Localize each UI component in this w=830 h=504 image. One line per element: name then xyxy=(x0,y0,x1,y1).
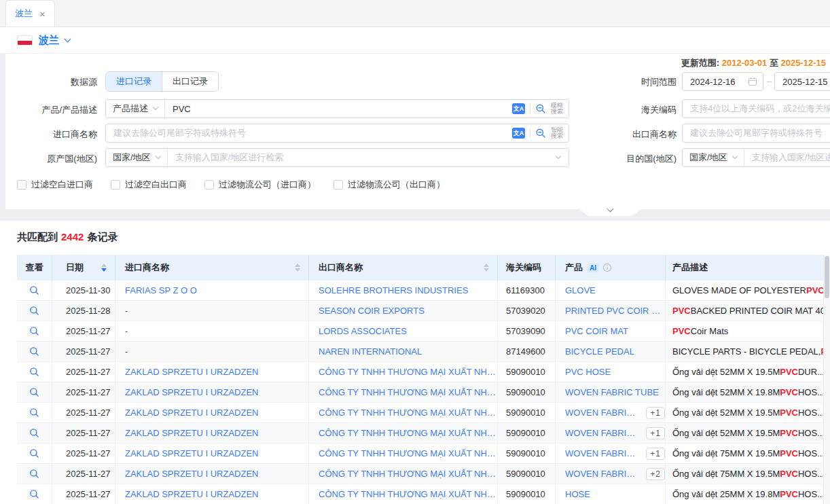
sort-icon[interactable] xyxy=(484,264,489,272)
header-exporter[interactable]: 出口商名称 xyxy=(309,255,498,281)
scrollbar-thumb[interactable] xyxy=(825,256,829,298)
hs-code-input[interactable]: 支持4位以上海关编码，或2位海关编码加 xyxy=(682,99,830,118)
importer-name-input[interactable]: 建议去除公司尾部字符或特殊符号 文A 智能 搜索 xyxy=(105,124,569,143)
table-row: 2025-11-27 ZAKLAD SPRZETU I URZADZEN CÔN… xyxy=(17,464,823,484)
row-exporter[interactable]: SOLEHRE BROTHERS INDUSTRIES xyxy=(319,285,468,295)
view-record-icon[interactable] xyxy=(29,346,39,357)
row-date: 2025-11-27 xyxy=(52,321,115,341)
origin-country-control[interactable]: 国家/地区 支持输入国家/地区进行检索 xyxy=(105,148,569,167)
product-field-select[interactable]: 产品描述 xyxy=(106,100,164,118)
checkbox-icon[interactable] xyxy=(333,180,343,190)
row-product[interactable]: GLOVE xyxy=(565,285,596,295)
translate-icon[interactable]: 文A xyxy=(512,103,525,114)
destination-country-select[interactable]: 国家/地区 xyxy=(683,149,744,166)
translate-icon[interactable]: 文A xyxy=(512,128,525,139)
row-product[interactable]: HOSE xyxy=(565,489,590,499)
header-date[interactable]: 日期 xyxy=(52,255,115,281)
country-name[interactable]: 波兰 xyxy=(39,34,59,47)
row-exporter[interactable]: CÔNG TY TNHH THƯƠNG MẠI XUẤT NHẬP... xyxy=(319,408,497,418)
view-record-icon[interactable] xyxy=(29,448,39,458)
vertical-scrollbar[interactable] xyxy=(823,255,830,504)
row-importer[interactable]: ZAKLAD SPRZETU I URZADZEN xyxy=(125,448,258,458)
row-exporter[interactable]: CÔNG TY TNHH THƯƠNG MẠI XUẤT NHẬP... xyxy=(319,469,497,479)
row-product[interactable]: PRINTED PVC COIR M... xyxy=(565,306,665,316)
checkbox-filter-logistics-importer[interactable]: 过滤物流公司（进口商） xyxy=(204,179,316,191)
row-desc-pre: Ống vải dệt 75MM X 19.5M xyxy=(672,448,780,458)
view-record-icon[interactable] xyxy=(29,469,39,479)
row-description: Ống vải dệt 52MM X 19.5M PVC DUR... xyxy=(666,362,823,382)
row-product[interactable]: WOVEN FABRIC ... xyxy=(565,408,641,418)
destination-country-control[interactable]: 国家/地区 支持输入国家/地区进行 xyxy=(682,148,830,167)
row-product[interactable]: PVC COIR MAT xyxy=(565,326,628,336)
view-record-icon[interactable] xyxy=(29,387,39,397)
checkbox-icon[interactable] xyxy=(111,180,120,190)
smart-search-mode[interactable]: 智能 搜索 xyxy=(551,127,563,140)
row-product[interactable]: BICYCLE PEDAL xyxy=(565,346,634,357)
tab-poland[interactable]: 波兰 × xyxy=(5,0,55,26)
row-importer[interactable]: ZAKLAD SPRZETU I URZADZEN xyxy=(125,428,258,438)
view-record-icon[interactable] xyxy=(29,306,39,316)
view-record-icon[interactable] xyxy=(29,408,39,418)
fuzzy-search-icon[interactable] xyxy=(535,103,546,114)
checkbox-filter-blank-exporter[interactable]: 过滤空白出口商 xyxy=(111,179,187,191)
row-exporter[interactable]: CÔNG TY TNHH THƯƠNG MẠI XUẤT NHẬP... xyxy=(319,367,497,377)
checkbox-filter-logistics-exporter[interactable]: 过滤物流公司（出口商） xyxy=(333,179,445,191)
checkbox-filter-blank-importer[interactable]: 过滤空白进口商 xyxy=(17,179,93,191)
view-record-icon[interactable] xyxy=(29,285,39,295)
header-product: 产品 AI xyxy=(556,255,666,281)
row-product[interactable]: WOVEN FABRIC ... xyxy=(565,469,641,479)
view-record-icon[interactable] xyxy=(29,326,39,336)
row-exporter[interactable]: CÔNG TY TNHH THƯƠNG MẠI XUẤT NHẬP... xyxy=(319,387,497,397)
row-exporter[interactable]: CÔNG TY TNHH THƯƠNG MẠI XUẤT NHẬP... xyxy=(319,428,497,438)
tab-import-records[interactable]: 进口记录 xyxy=(106,72,162,91)
row-product[interactable]: WOVEN FABRIC TUBE xyxy=(565,387,659,397)
row-exporter[interactable]: SEASON COIR EXPORTS xyxy=(319,306,425,316)
row-extra-count-badge[interactable]: +2 xyxy=(646,468,665,480)
row-importer[interactable]: ZAKLAD SPRZETU I URZADZEN xyxy=(125,408,258,418)
view-record-icon[interactable] xyxy=(29,489,39,499)
origin-country-select[interactable]: 国家/地区 xyxy=(106,149,167,166)
row-product[interactable]: WOVEN FABRIC ... xyxy=(565,448,641,458)
row-importer[interactable]: ZAKLAD SPRZETU I URZADZEN xyxy=(125,489,258,499)
product-search-input[interactable]: PVC xyxy=(165,104,198,114)
row-exporter[interactable]: CÔNG TY TNHH THƯƠNG MẠI XUẤT NHẬP... xyxy=(319,448,497,458)
time-range-end-input[interactable]: 2025-12-15 xyxy=(774,72,830,91)
info-icon[interactable] xyxy=(602,263,612,272)
row-hs-code: 59090010 xyxy=(498,444,556,463)
row-product[interactable]: PVC HOSE xyxy=(565,367,611,377)
sort-icon[interactable] xyxy=(295,264,300,272)
update-range: 更新范围: 2012-03-01 至 2025-12-15 xyxy=(681,57,826,69)
header-importer[interactable]: 进口商名称 xyxy=(115,255,309,281)
close-icon[interactable]: × xyxy=(39,9,46,19)
origin-country-select-value: 国家/地区 xyxy=(113,151,151,164)
sort-icon[interactable] xyxy=(101,264,107,272)
row-importer[interactable]: ZAKLAD SPRZETU I URZADZEN xyxy=(125,387,258,397)
row-importer[interactable]: - xyxy=(125,306,128,316)
chevron-down-icon[interactable] xyxy=(65,36,71,43)
row-date: 2025-11-28 xyxy=(52,301,115,321)
row-importer[interactable]: ZAKLAD SPRZETU I URZADZEN xyxy=(125,469,258,479)
view-record-icon[interactable] xyxy=(29,367,39,377)
row-importer[interactable]: - xyxy=(125,346,128,357)
smart-search-icon[interactable] xyxy=(535,128,546,139)
time-range-start-input[interactable]: 2024-12-16 xyxy=(682,72,763,91)
row-importer[interactable]: FARIAS SP Z O O xyxy=(125,285,197,295)
row-exporter[interactable]: LORDS ASSOCIATES xyxy=(319,326,407,336)
view-record-icon[interactable] xyxy=(29,428,39,438)
tab-export-records[interactable]: 出口记录 xyxy=(162,72,218,91)
row-hs-code: 61169300 xyxy=(498,281,556,300)
row-exporter[interactable]: CÔNG TY TNHH THƯƠNG MẠI XUẤT NHẬP... xyxy=(319,489,497,499)
row-extra-count-badge[interactable]: +1 xyxy=(646,448,665,460)
row-importer[interactable]: - xyxy=(125,326,128,336)
row-product[interactable]: WOVEN FABRIC ... xyxy=(565,428,641,438)
exporter-name-input[interactable]: 建议去除公司尾部字符或特殊符号 xyxy=(682,124,830,143)
checkbox-icon[interactable] xyxy=(204,180,214,190)
checkbox-icon[interactable] xyxy=(17,180,26,190)
row-extra-count-badge[interactable]: +1 xyxy=(646,427,665,439)
fuzzy-search-mode[interactable]: 模糊 搜索 xyxy=(551,103,563,115)
row-desc-pre: Ống vải dệt 52MM X 19.5M xyxy=(672,408,780,418)
row-description: PVC Coir Mats xyxy=(666,321,823,341)
row-extra-count-badge[interactable]: +1 xyxy=(646,407,665,419)
row-exporter[interactable]: NAREN INTERNATIONAL xyxy=(319,346,422,357)
row-importer[interactable]: ZAKLAD SPRZETU I URZADZEN xyxy=(125,367,258,377)
